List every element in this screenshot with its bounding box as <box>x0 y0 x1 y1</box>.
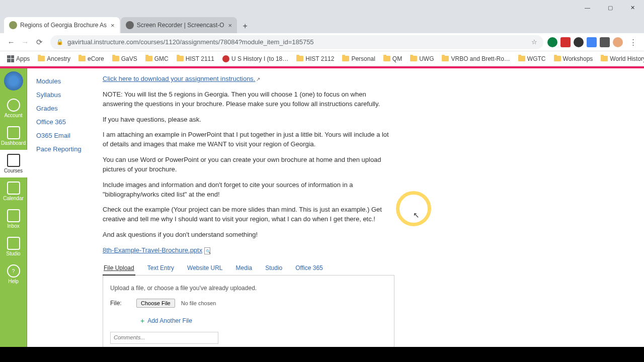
book-icon <box>7 154 20 167</box>
plus-icon: + <box>140 317 144 325</box>
bookmark-item[interactable]: HIST 2111 <box>174 54 217 63</box>
upload-hint: Upload a file, or choose a file you've a… <box>110 285 387 292</box>
assignment-content: Click here to download your assignment i… <box>103 68 644 362</box>
browser-tabstrip: Regions of Georgia Brochure As × Screen … <box>0 15 644 33</box>
bookmark-item[interactable]: WGTC <box>515 54 549 63</box>
bookmark-item[interactable]: GMC <box>142 54 172 63</box>
bookmarks-bar: Apps Ancestry eCore GaVS GMC HIST 2111 U… <box>0 51 644 66</box>
extension-icon[interactable] <box>574 37 584 47</box>
tab-studio[interactable]: Studio <box>264 261 283 275</box>
instruction-text: NOTE: You will list the 5 regions in Geo… <box>103 90 394 109</box>
browser-tab[interactable]: Screen Recorder | Screencast-O × <box>121 17 237 33</box>
coursenav-syllabus[interactable]: Syllabus <box>36 88 103 102</box>
course-nav: Modules Syllabus Grades Office 365 O365 … <box>27 68 103 362</box>
star-icon[interactable]: ☆ <box>531 38 537 46</box>
nav-help[interactable]: ?Help <box>0 260 27 288</box>
browser-tab-active[interactable]: Regions of Georgia Brochure As × <box>4 17 120 33</box>
comments-input[interactable] <box>110 332 218 344</box>
institution-logo[interactable] <box>4 71 23 90</box>
nav-calendar[interactable]: Calendar <box>0 177 27 205</box>
new-tab-button[interactable]: + <box>238 19 252 33</box>
tab-media[interactable]: Media <box>235 261 254 275</box>
instruction-text: Check out the example (Your project can … <box>103 205 394 224</box>
instruction-text: You can use Word or PowerPoint or you ca… <box>103 155 394 174</box>
file-label: File: <box>110 300 130 307</box>
nav-dashboard[interactable]: Dashboard <box>0 122 27 150</box>
instruction-text: If you have questions, please ask. <box>103 115 394 125</box>
tab-close-icon[interactable]: × <box>224 22 232 29</box>
instruction-text: And ask questions if you don't understan… <box>103 230 394 240</box>
download-instructions-link[interactable]: Click here to download your assignment i… <box>103 75 255 82</box>
dashboard-icon <box>7 126 20 139</box>
window-maximize[interactable]: ▢ <box>599 0 621 15</box>
extension-icon[interactable] <box>547 37 557 47</box>
profile-avatar[interactable] <box>613 37 623 47</box>
choose-file-button[interactable]: Choose File <box>136 299 175 308</box>
nav-studio[interactable]: Studio <box>0 233 27 260</box>
window-titlebar: — ▢ ✕ <box>0 0 644 15</box>
coursenav-office365[interactable]: Office 365 <box>36 115 103 129</box>
window-close[interactable]: ✕ <box>621 0 644 15</box>
extension-icon[interactable] <box>587 37 597 47</box>
tab-close-icon[interactable]: × <box>107 22 115 29</box>
external-link-icon: ↗ <box>256 76 260 82</box>
tab-text-entry[interactable]: Text Entry <box>146 261 175 275</box>
address-bar[interactable]: 🔒 gavirtual.instructure.com/courses/1120… <box>50 35 543 49</box>
preview-icon[interactable] <box>204 247 210 254</box>
back-button[interactable]: ← <box>4 35 18 49</box>
extensions-menu-icon[interactable] <box>600 37 610 47</box>
inbox-icon <box>7 209 20 222</box>
attachment-link[interactable]: 8th-Example-Travel-Brochure.pptx <box>103 246 202 254</box>
cursor-icon: ↖ <box>413 211 420 220</box>
tab-favicon <box>9 21 17 29</box>
bookmark-item[interactable]: Ancestry <box>35 54 73 63</box>
tab-title: Regions of Georgia Brochure As <box>20 22 107 29</box>
no-file-text: No file chosen <box>181 300 216 306</box>
url-text: gavirtual.instructure.com/courses/1120/a… <box>67 38 314 46</box>
nav-courses[interactable]: Courses <box>0 150 27 177</box>
tab-title: Screen Recorder | Screencast-O <box>137 22 224 29</box>
tab-file-upload[interactable]: File Upload <box>103 261 135 276</box>
user-icon <box>7 99 20 112</box>
bookmark-item[interactable]: Workshops <box>551 54 596 63</box>
reload-button[interactable]: ⟳ <box>32 35 46 49</box>
window-minimize[interactable]: — <box>576 0 599 15</box>
add-another-file[interactable]: + Add Another File <box>140 317 387 325</box>
bookmark-item[interactable]: World History <box>598 54 644 63</box>
nav-account[interactable]: Account <box>0 95 27 122</box>
submission-tabs: File Upload Text Entry Website URL Media… <box>103 261 394 276</box>
bookmark-item[interactable]: HIST 2112 <box>293 54 337 63</box>
coursenav-grades[interactable]: Grades <box>36 102 103 115</box>
bookmark-item[interactable]: QM <box>380 54 405 63</box>
bookmark-item[interactable]: Personal <box>339 54 378 63</box>
bookmark-apps[interactable]: Apps <box>4 54 33 63</box>
extension-icon[interactable] <box>560 37 571 47</box>
extension-icons: ⋮ <box>547 35 640 49</box>
instruction-text: I am attaching an example in PowerPoint … <box>103 130 394 149</box>
tab-website-url[interactable]: Website URL <box>186 261 223 275</box>
bookmark-item[interactable]: eCore <box>75 54 107 63</box>
lock-icon: 🔒 <box>56 39 63 45</box>
coursenav-pace[interactable]: Pace Reporting <box>36 142 103 156</box>
tab-office365[interactable]: Office 365 <box>294 261 324 275</box>
highlight-annotation <box>396 191 431 226</box>
bookmark-item[interactable]: VRBO and Brett-Ro… <box>439 54 513 63</box>
bookmark-item[interactable]: U S History I (to 18… <box>219 54 291 63</box>
forward-button[interactable]: → <box>18 35 32 49</box>
coursenav-o365email[interactable]: O365 Email <box>36 129 103 142</box>
help-icon: ? <box>7 264 20 278</box>
studio-icon <box>7 237 20 250</box>
calendar-icon <box>7 182 20 195</box>
windows-taskbar[interactable] <box>0 347 644 362</box>
nav-inbox[interactable]: Inbox <box>0 205 27 233</box>
tab-favicon <box>126 21 134 29</box>
bookmark-item[interactable]: GaVS <box>109 54 140 63</box>
instruction-text: Include images and information and don't… <box>103 180 394 200</box>
coursenav-modules[interactable]: Modules <box>36 74 103 88</box>
browser-toolbar: ← → ⟳ 🔒 gavirtual.instructure.com/course… <box>0 33 644 51</box>
menu-icon[interactable]: ⋮ <box>626 35 640 49</box>
bookmark-item[interactable]: UWG <box>407 54 437 63</box>
global-nav: Account Dashboard Courses Calendar Inbox… <box>0 68 27 362</box>
